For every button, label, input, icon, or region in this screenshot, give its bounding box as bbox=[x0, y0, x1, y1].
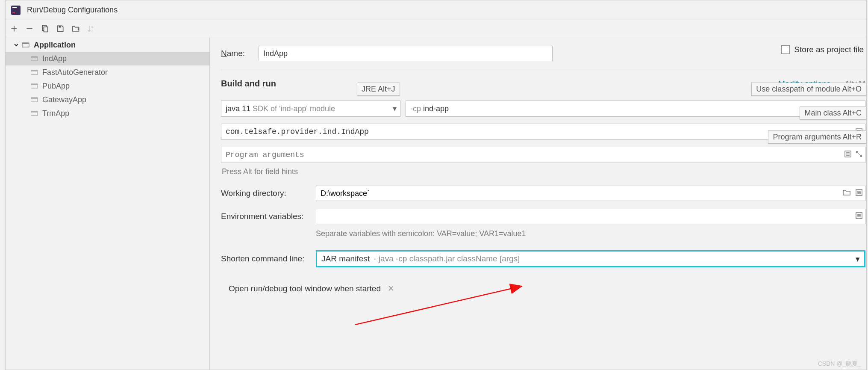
jre-value: java 11 SDK of 'ind-app' module bbox=[226, 104, 335, 113]
config-icon bbox=[30, 97, 39, 103]
store-checkbox[interactable] bbox=[781, 45, 790, 54]
working-dir-label: Working directory: bbox=[221, 189, 316, 198]
env-vars-row: Environment variables: bbox=[221, 209, 866, 224]
main-panel: Name: Store as project file Build and ru… bbox=[210, 37, 866, 370]
expand-list-icon[interactable] bbox=[844, 150, 852, 160]
tree-item-pubapp[interactable]: PubApp bbox=[6, 79, 209, 93]
dialog-body: Application IndApp FastAutoGenerator Pub… bbox=[6, 37, 866, 370]
classpath-select[interactable]: -cp ind-app ▾ bbox=[406, 101, 865, 117]
open-tool-window-row: Open run/debug tool window when started … bbox=[221, 284, 866, 293]
hint-main-class: Main class Alt+C bbox=[800, 107, 866, 120]
svg-rect-15 bbox=[31, 84, 38, 85]
tree-item-indapp[interactable]: IndApp bbox=[6, 52, 209, 65]
titlebar: Run/Debug Configurations bbox=[6, 0, 866, 20]
dialog-window: Run/Debug Configurations az Application … bbox=[5, 0, 867, 370]
svg-rect-1 bbox=[12, 7, 17, 8]
expand-list-icon[interactable] bbox=[855, 189, 863, 198]
window-title: Run/Debug Configurations bbox=[27, 6, 118, 15]
tree-root-application[interactable]: Application bbox=[6, 38, 209, 52]
shorten-command-line-select[interactable]: JAR manifest - java -cp classpath.jar cl… bbox=[316, 250, 865, 267]
folder-browse-icon[interactable] bbox=[842, 189, 851, 198]
save-button[interactable] bbox=[55, 24, 65, 34]
name-row: Name: bbox=[221, 46, 866, 61]
config-icon bbox=[30, 69, 39, 75]
svg-rect-9 bbox=[22, 43, 29, 44]
tree-item-label: IndApp bbox=[42, 54, 67, 63]
app-icon bbox=[11, 5, 21, 15]
working-dir-input[interactable] bbox=[316, 186, 865, 201]
name-input[interactable] bbox=[259, 46, 553, 61]
svg-rect-2 bbox=[12, 12, 15, 13]
jre-select[interactable]: java 11 SDK of 'ind-app' module ▾ bbox=[221, 101, 400, 117]
name-label: Name: bbox=[221, 49, 259, 58]
tree-root-label: Application bbox=[34, 41, 76, 50]
svg-rect-5 bbox=[59, 26, 61, 27]
shorten-label: Shorten command line: bbox=[221, 254, 316, 263]
folder-button[interactable] bbox=[71, 24, 81, 34]
caret-down-icon: ▾ bbox=[393, 104, 397, 113]
shorten-row: Shorten command line: JAR manifest - jav… bbox=[221, 250, 866, 267]
program-args-input[interactable] bbox=[221, 147, 865, 163]
separator bbox=[221, 69, 865, 69]
store-label: Store as project file bbox=[794, 45, 864, 54]
env-vars-input[interactable] bbox=[316, 209, 865, 224]
shorten-value: JAR manifest - java -cp classpath.jar cl… bbox=[321, 254, 520, 263]
build-section-title: Build and run bbox=[221, 79, 276, 89]
svg-rect-19 bbox=[31, 111, 38, 112]
store-as-project-file[interactable]: Store as project file bbox=[781, 45, 864, 54]
tree-item-label: GatewayApp bbox=[42, 95, 86, 104]
program-args-row bbox=[221, 147, 865, 163]
caret-down-icon: ▾ bbox=[856, 254, 860, 264]
expand-list-icon[interactable] bbox=[855, 212, 863, 221]
env-hint: Separate variables with semicolon: VAR=v… bbox=[316, 229, 866, 238]
svg-rect-17 bbox=[31, 98, 38, 99]
hint-program-args: Program arguments Alt+R bbox=[768, 130, 866, 144]
env-vars-label: Environment variables: bbox=[221, 212, 316, 221]
toolbar: az bbox=[6, 20, 866, 37]
add-button[interactable] bbox=[9, 24, 19, 34]
config-icon bbox=[30, 56, 39, 62]
svg-rect-13 bbox=[31, 70, 38, 71]
application-type-icon bbox=[22, 42, 30, 48]
config-icon bbox=[30, 83, 39, 89]
working-dir-row: Working directory: bbox=[221, 186, 866, 201]
chevron-down-icon bbox=[12, 42, 20, 47]
hint-jre: JRE Alt+J bbox=[357, 83, 400, 96]
sort-button[interactable]: az bbox=[86, 24, 96, 34]
classpath-value: -cp ind-app bbox=[410, 104, 449, 113]
tree-item-trmapp[interactable]: TrmApp bbox=[6, 107, 209, 120]
config-icon bbox=[30, 110, 39, 116]
svg-rect-4 bbox=[44, 27, 48, 32]
tree-item-label: FastAutoGenerator bbox=[42, 68, 108, 77]
svg-rect-11 bbox=[31, 56, 38, 58]
config-tree: Application IndApp FastAutoGenerator Pub… bbox=[6, 37, 210, 370]
remove-button[interactable] bbox=[24, 24, 35, 34]
tree-item-fastautogenerator[interactable]: FastAutoGenerator bbox=[6, 65, 209, 79]
open-tool-window-label: Open run/debug tool window when started bbox=[229, 284, 381, 293]
build-row-1: java 11 SDK of 'ind-app' module ▾ -cp in… bbox=[221, 101, 866, 117]
expand-icon[interactable] bbox=[855, 150, 863, 160]
tree-item-label: PubApp bbox=[42, 82, 70, 91]
svg-text:z: z bbox=[91, 28, 93, 32]
press-alt-hint: Press Alt for field hints bbox=[222, 167, 866, 176]
tree-item-gatewayapp[interactable]: GatewayApp bbox=[6, 93, 209, 107]
watermark: CSDN @_晓夏_ bbox=[818, 360, 861, 368]
tree-item-label: TrmApp bbox=[42, 109, 69, 118]
close-icon[interactable]: ✕ bbox=[388, 284, 394, 293]
copy-button[interactable] bbox=[40, 24, 50, 34]
hint-classpath: Use classpath of module Alt+O bbox=[751, 83, 866, 96]
